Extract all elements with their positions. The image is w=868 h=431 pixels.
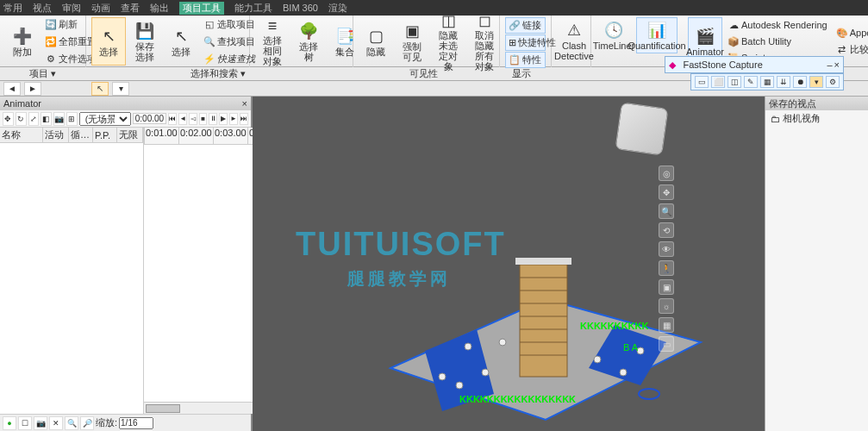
hide-button[interactable]: ▢隐藏: [359, 17, 393, 66]
require-button[interactable]: ▣强制可见: [395, 17, 429, 66]
camera-icon[interactable]: 📷: [53, 112, 65, 126]
svg-point-20: [594, 356, 601, 363]
select-cursor-button[interactable]: ↖: [91, 82, 109, 96]
move-icon[interactable]: ✥: [3, 112, 14, 126]
col-name[interactable]: 名称: [0, 128, 43, 142]
menu-item[interactable]: 视点: [33, 2, 52, 15]
menu-item[interactable]: 查看: [121, 2, 140, 15]
svg-text:B  A: B A: [623, 342, 639, 353]
appearance-button[interactable]: 🎨Appearance Profiler: [833, 25, 868, 41]
menu-item[interactable]: 能力工具: [234, 2, 272, 15]
capture-screen-icon[interactable]: ⬜: [711, 76, 725, 88]
menu-item[interactable]: 渲染: [328, 2, 347, 15]
rendering-button[interactable]: ☁Autodesk Rendering: [724, 17, 831, 33]
svg-point-21: [620, 369, 627, 376]
menu-item[interactable]: 审阅: [62, 2, 81, 15]
tree-body[interactable]: [0, 143, 143, 414]
add-icon[interactable]: ●: [3, 416, 16, 430]
scale-icon[interactable]: ⤢: [28, 112, 40, 126]
capture-scroll-icon[interactable]: ⇊: [777, 76, 790, 88]
col-infinite[interactable]: 无限: [117, 128, 143, 142]
menu-item[interactable]: 项目工具: [179, 2, 224, 15]
look-icon[interactable]: 👁: [659, 241, 674, 257]
menu-bar: 常用 视点 审阅 动画 查看 输出 项目工具 能力工具 BIM 360 渲染: [0, 0, 868, 16]
rotate-icon[interactable]: ↻: [16, 112, 27, 126]
orbit-icon[interactable]: ⟲: [659, 222, 674, 238]
select-tool-button[interactable]: ↖选择: [164, 17, 198, 66]
saved-viewpoints-title[interactable]: 保存的视点: [765, 97, 868, 110]
h-scrollbar[interactable]: [146, 404, 180, 413]
walk-icon[interactable]: 🚶: [659, 260, 674, 276]
add-scene-icon[interactable]: ☐: [18, 416, 32, 430]
cursor-icon: ↖: [171, 26, 191, 47]
hide-unselected-button[interactable]: ◫隐藏未选定对象: [431, 17, 465, 66]
links-button[interactable]: 🔗链接: [505, 17, 546, 34]
faststone-toolbar[interactable]: ◆FastStone Capture –×: [665, 56, 844, 73]
col-loop[interactable]: 循…: [69, 128, 93, 142]
animator-titlebar[interactable]: Animator ×: [0, 97, 251, 110]
play-icon[interactable]: ▶: [219, 113, 228, 125]
lighting-icon[interactable]: ☼: [659, 298, 674, 314]
nav-back-button[interactable]: ◄: [3, 82, 21, 96]
select-button[interactable]: ↖选择: [91, 17, 126, 66]
capture-settings-icon[interactable]: ⚙: [826, 76, 840, 88]
append-button[interactable]: ➕附加: [5, 17, 40, 66]
capture-video-icon[interactable]: ⏺: [793, 76, 807, 88]
select-same-button[interactable]: ≡选择相同对象: [255, 17, 290, 66]
stepfwd-icon[interactable]: ►: [229, 113, 238, 125]
menu-item[interactable]: BIM 360: [283, 3, 318, 13]
snap-icon[interactable]: ⊞: [66, 112, 78, 126]
viewcube[interactable]: [615, 102, 668, 155]
capture-region-icon[interactable]: ◫: [727, 76, 741, 88]
scene-select[interactable]: (无场景): [79, 112, 131, 126]
wheel-icon[interactable]: ◎: [659, 166, 674, 181]
timeliner-button[interactable]: 🕓TimeLiner: [596, 17, 631, 53]
capture-fixed-icon[interactable]: ▦: [760, 76, 774, 88]
quantification-button[interactable]: 📊Quantification: [636, 17, 678, 53]
stop-icon[interactable]: ■: [199, 113, 208, 125]
batch-button[interactable]: 📦Batch Utility: [724, 34, 831, 49]
zoom-out-icon[interactable]: 🔎: [80, 416, 94, 430]
faststone-icon: ◆: [669, 59, 676, 71]
viewpoint-item[interactable]: 🗀 相机视角: [765, 110, 868, 127]
zoom-in-icon[interactable]: 🔍: [65, 416, 78, 430]
faststone-title: FastStone Capture: [683, 59, 762, 70]
color-icon[interactable]: ◧: [41, 112, 52, 126]
dropdown-button[interactable]: ▾: [112, 82, 129, 96]
pan-icon[interactable]: ✥: [659, 184, 674, 200]
minimize-icon[interactable]: –: [827, 59, 832, 70]
cube-icon: ▢: [365, 26, 386, 47]
add-camera-icon[interactable]: 📷: [34, 416, 47, 430]
capture-dest-icon[interactable]: ▾: [809, 76, 823, 88]
menu-item[interactable]: 常用: [3, 2, 22, 15]
pause-icon[interactable]: ⏸: [209, 113, 217, 125]
unhide-all-button[interactable]: ◻取消隐藏所有对象: [467, 17, 502, 66]
delete-icon[interactable]: ✕: [49, 416, 63, 430]
viewport-3d[interactable]: TUITUISOFT 腿腿教学网 KKKKKKKKKKKKKKKKK KKKKK…: [253, 97, 765, 431]
camera-persp-icon[interactable]: ▣: [659, 279, 674, 295]
properties-button[interactable]: 📋特性: [505, 52, 546, 68]
capture-window-icon[interactable]: ▭: [695, 76, 709, 88]
col-active[interactable]: 活动: [43, 128, 69, 142]
playrev-icon[interactable]: ◅: [189, 113, 197, 125]
col-pp[interactable]: P.P.: [93, 128, 117, 142]
close-icon[interactable]: ×: [834, 59, 840, 70]
render-icon[interactable]: ▦: [659, 317, 674, 333]
select-tree-button[interactable]: 🌳选择树: [291, 17, 326, 66]
zoom-icon[interactable]: 🔍: [659, 203, 674, 219]
menu-item[interactable]: 动画: [91, 2, 110, 15]
clash-button[interactable]: ⚠Clash Detective: [557, 17, 591, 64]
nav-fwd-button[interactable]: ►: [24, 82, 41, 96]
stepback-icon[interactable]: ◄: [178, 113, 187, 125]
capture-freehand-icon[interactable]: ✎: [744, 76, 758, 88]
close-icon[interactable]: ×: [242, 98, 247, 109]
save-selection-button[interactable]: 💾保存选择: [128, 17, 162, 66]
menu-item[interactable]: 输出: [150, 2, 169, 15]
background-icon[interactable]: ▭: [659, 336, 674, 352]
ffwd-icon[interactable]: ⏭: [240, 113, 248, 125]
quick-props-button[interactable]: ⊞快捷特性: [505, 34, 546, 51]
zoom-input[interactable]: [119, 417, 153, 429]
rewind-icon[interactable]: ⏮: [168, 113, 177, 125]
svg-point-19: [482, 369, 489, 376]
time-display: 0:00.00: [133, 113, 166, 124]
